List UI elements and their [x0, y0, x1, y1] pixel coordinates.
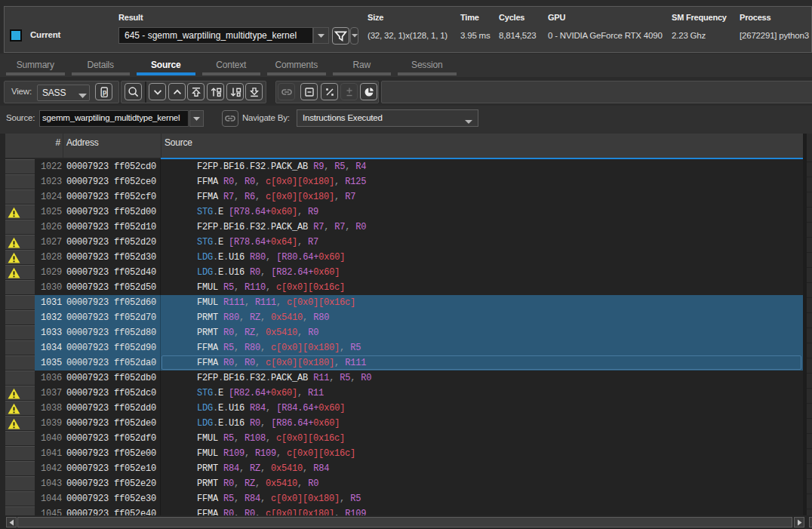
svg-text:p: p	[103, 88, 106, 96]
